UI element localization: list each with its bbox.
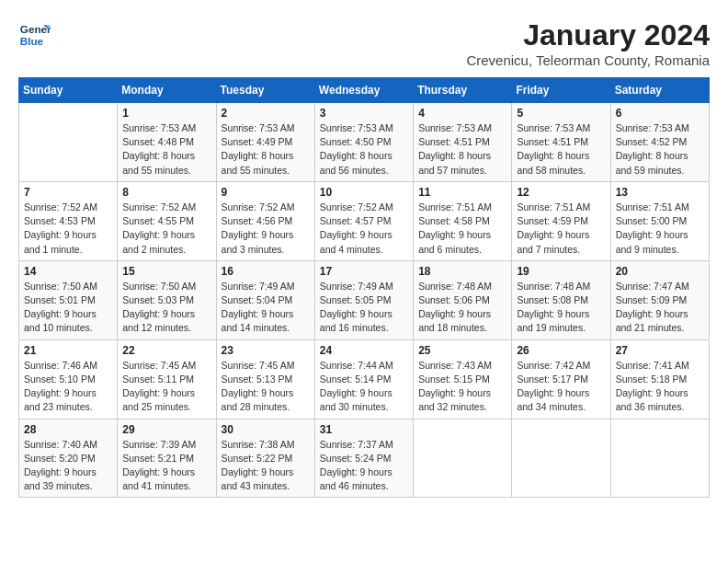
day-number: 8: [122, 186, 210, 199]
day-cell: 28Sunrise: 7:40 AMSunset: 5:20 PMDayligh…: [19, 419, 118, 498]
day-number: 11: [418, 186, 506, 199]
month-title: January 2024: [466, 18, 710, 52]
header-thursday: Thursday: [414, 78, 512, 103]
day-cell: [512, 419, 610, 498]
day-number: 29: [122, 423, 210, 436]
day-cell: 29Sunrise: 7:39 AMSunset: 5:21 PMDayligh…: [118, 419, 216, 498]
day-info: Sunrise: 7:48 AMSunset: 5:08 PMDaylight:…: [517, 280, 605, 336]
week-row-4: 21Sunrise: 7:46 AMSunset: 5:10 PMDayligh…: [19, 339, 710, 419]
day-info: Sunrise: 7:44 AMSunset: 5:14 PMDaylight:…: [320, 359, 408, 415]
day-number: 7: [24, 186, 112, 199]
day-info: Sunrise: 7:53 AMSunset: 4:52 PMDaylight:…: [616, 121, 704, 178]
day-info: Sunrise: 7:51 AMSunset: 4:59 PMDaylight:…: [517, 201, 605, 257]
day-number: 12: [517, 186, 605, 199]
day-number: 21: [24, 344, 112, 357]
day-number: 27: [616, 344, 704, 357]
day-number: 24: [320, 344, 408, 357]
day-info: Sunrise: 7:50 AMSunset: 5:03 PMDaylight:…: [122, 280, 210, 336]
day-info: Sunrise: 7:52 AMSunset: 4:53 PMDaylight:…: [24, 201, 112, 257]
day-cell: 18Sunrise: 7:48 AMSunset: 5:06 PMDayligh…: [414, 260, 512, 339]
day-info: Sunrise: 7:53 AMSunset: 4:49 PMDaylight:…: [222, 121, 310, 178]
day-cell: 10Sunrise: 7:52 AMSunset: 4:57 PMDayligh…: [314, 181, 413, 260]
day-cell: 26Sunrise: 7:42 AMSunset: 5:17 PMDayligh…: [512, 339, 610, 419]
day-number: 13: [616, 186, 704, 199]
day-number: 20: [616, 265, 704, 278]
header-saturday: Saturday: [610, 78, 709, 103]
day-cell: [19, 103, 118, 182]
day-cell: 21Sunrise: 7:46 AMSunset: 5:10 PMDayligh…: [19, 339, 118, 419]
day-info: Sunrise: 7:52 AMSunset: 4:55 PMDaylight:…: [122, 201, 210, 257]
day-number: 17: [320, 265, 408, 278]
day-number: 10: [320, 186, 408, 199]
location-subtitle: Crevenicu, Teleorman County, Romania: [466, 52, 710, 68]
day-number: 4: [418, 107, 506, 120]
day-info: Sunrise: 7:45 AMSunset: 5:11 PMDaylight:…: [122, 359, 210, 415]
day-number: 28: [24, 423, 112, 436]
day-number: 1: [122, 107, 210, 120]
header-tuesday: Tuesday: [216, 78, 314, 103]
day-cell: 4Sunrise: 7:53 AMSunset: 4:51 PMDaylight…: [414, 103, 512, 182]
day-cell: 27Sunrise: 7:41 AMSunset: 5:18 PMDayligh…: [610, 339, 709, 419]
week-row-3: 14Sunrise: 7:50 AMSunset: 5:01 PMDayligh…: [19, 260, 710, 339]
day-cell: 12Sunrise: 7:51 AMSunset: 4:59 PMDayligh…: [512, 181, 610, 260]
logo-icon: General Blue: [18, 18, 51, 52]
day-number: 5: [517, 107, 605, 120]
day-number: 3: [320, 107, 408, 120]
day-cell: 13Sunrise: 7:51 AMSunset: 5:00 PMDayligh…: [610, 181, 709, 260]
day-info: Sunrise: 7:53 AMSunset: 4:48 PMDaylight:…: [122, 121, 210, 178]
day-number: 6: [616, 107, 704, 120]
day-cell: 14Sunrise: 7:50 AMSunset: 5:01 PMDayligh…: [19, 260, 118, 339]
day-cell: 24Sunrise: 7:44 AMSunset: 5:14 PMDayligh…: [314, 339, 413, 419]
day-cell: 1Sunrise: 7:53 AMSunset: 4:48 PMDaylight…: [118, 103, 216, 182]
day-info: Sunrise: 7:45 AMSunset: 5:13 PMDaylight:…: [222, 359, 310, 415]
day-cell: 22Sunrise: 7:45 AMSunset: 5:11 PMDayligh…: [118, 339, 216, 419]
day-number: 22: [122, 344, 210, 357]
day-cell: 31Sunrise: 7:37 AMSunset: 5:24 PMDayligh…: [314, 419, 413, 498]
day-cell: 25Sunrise: 7:43 AMSunset: 5:15 PMDayligh…: [414, 339, 512, 419]
day-info: Sunrise: 7:49 AMSunset: 5:05 PMDaylight:…: [320, 280, 408, 336]
day-info: Sunrise: 7:47 AMSunset: 5:09 PMDaylight:…: [616, 280, 704, 336]
day-info: Sunrise: 7:37 AMSunset: 5:24 PMDaylight:…: [320, 438, 408, 494]
week-row-5: 28Sunrise: 7:40 AMSunset: 5:20 PMDayligh…: [19, 419, 710, 498]
day-cell: 6Sunrise: 7:53 AMSunset: 4:52 PMDaylight…: [610, 103, 709, 182]
day-number: 30: [222, 423, 310, 436]
header-sunday: Sunday: [19, 78, 118, 103]
day-info: Sunrise: 7:52 AMSunset: 4:56 PMDaylight:…: [222, 201, 310, 257]
day-number: 18: [418, 265, 506, 278]
week-row-1: 1Sunrise: 7:53 AMSunset: 4:48 PMDaylight…: [19, 103, 710, 182]
day-cell: 8Sunrise: 7:52 AMSunset: 4:55 PMDaylight…: [118, 181, 216, 260]
day-info: Sunrise: 7:49 AMSunset: 5:04 PMDaylight:…: [222, 280, 310, 336]
day-info: Sunrise: 7:51 AMSunset: 4:58 PMDaylight:…: [418, 201, 506, 257]
header-wednesday: Wednesday: [314, 78, 413, 103]
calendar-header-row: SundayMondayTuesdayWednesdayThursdayFrid…: [19, 78, 710, 103]
day-cell: 23Sunrise: 7:45 AMSunset: 5:13 PMDayligh…: [216, 339, 314, 419]
day-cell: 9Sunrise: 7:52 AMSunset: 4:56 PMDaylight…: [216, 181, 314, 260]
day-cell: 17Sunrise: 7:49 AMSunset: 5:05 PMDayligh…: [314, 260, 413, 339]
day-info: Sunrise: 7:52 AMSunset: 4:57 PMDaylight:…: [320, 201, 408, 257]
svg-text:General: General: [20, 23, 51, 35]
day-cell: 7Sunrise: 7:52 AMSunset: 4:53 PMDaylight…: [19, 181, 118, 260]
day-info: Sunrise: 7:53 AMSunset: 4:51 PMDaylight:…: [517, 121, 605, 178]
day-number: 25: [418, 344, 506, 357]
day-number: 19: [517, 265, 605, 278]
day-cell: 11Sunrise: 7:51 AMSunset: 4:58 PMDayligh…: [414, 181, 512, 260]
day-info: Sunrise: 7:53 AMSunset: 4:51 PMDaylight:…: [418, 121, 506, 178]
day-cell: 20Sunrise: 7:47 AMSunset: 5:09 PMDayligh…: [610, 260, 709, 339]
day-number: 9: [222, 186, 310, 199]
day-cell: 5Sunrise: 7:53 AMSunset: 4:51 PMDaylight…: [512, 103, 610, 182]
day-number: 23: [222, 344, 310, 357]
day-cell: [610, 419, 709, 498]
day-info: Sunrise: 7:46 AMSunset: 5:10 PMDaylight:…: [24, 359, 112, 415]
day-info: Sunrise: 7:38 AMSunset: 5:22 PMDaylight:…: [222, 438, 310, 494]
calendar-table: SundayMondayTuesdayWednesdayThursdayFrid…: [18, 77, 710, 498]
day-number: 31: [320, 423, 408, 436]
day-info: Sunrise: 7:40 AMSunset: 5:20 PMDaylight:…: [24, 438, 112, 494]
day-info: Sunrise: 7:41 AMSunset: 5:18 PMDaylight:…: [616, 359, 704, 415]
svg-text:Blue: Blue: [20, 35, 44, 47]
day-number: 2: [222, 107, 310, 120]
day-number: 15: [122, 265, 210, 278]
page-header: General Blue January 2024 Crevenicu, Tel…: [18, 18, 710, 68]
day-info: Sunrise: 7:51 AMSunset: 5:00 PMDaylight:…: [616, 201, 704, 257]
day-cell: 30Sunrise: 7:38 AMSunset: 5:22 PMDayligh…: [216, 419, 314, 498]
day-cell: 16Sunrise: 7:49 AMSunset: 5:04 PMDayligh…: [216, 260, 314, 339]
